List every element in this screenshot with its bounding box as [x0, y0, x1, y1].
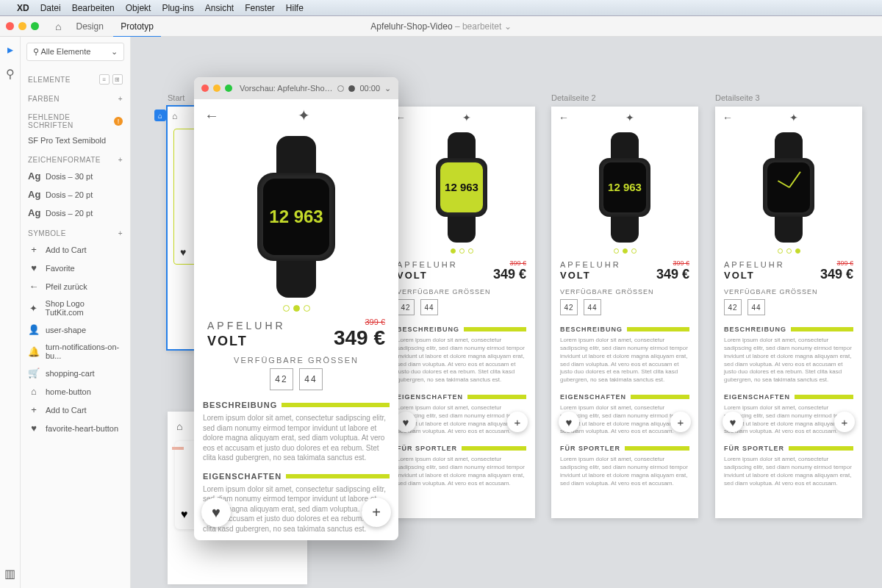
minimize-icon[interactable]	[213, 85, 220, 92]
symbol-item[interactable]: ✦Shop Logo TutKit.com	[21, 295, 130, 320]
zoom-icon[interactable]	[31, 22, 39, 30]
missing-font-item[interactable]: SF Pro Text Semibold	[21, 132, 130, 148]
menu-window[interactable]: Fenster	[245, 3, 275, 13]
symbol-item[interactable]: ←Pfeil zurück	[21, 277, 130, 295]
cart-icon: 🛒	[28, 368, 40, 379]
preview-titlebar: Vorschau: Apfeluhr-Shop-Video 00:00 ⌄	[194, 77, 398, 99]
home-icon: ⌂	[172, 111, 177, 121]
symbol-item[interactable]: 🛒shopping-cart	[21, 364, 130, 382]
macos-menubar: XD Datei Bearbeiten Objekt Plug-ins Ansi…	[0, 0, 882, 16]
menu-object[interactable]: Objekt	[126, 3, 151, 13]
back-icon[interactable]: ←	[204, 107, 219, 124]
favorite-button[interactable]: ♥	[201, 498, 231, 527]
back-icon[interactable]: ←	[723, 112, 733, 123]
favorite-button[interactable]: ♥	[395, 412, 416, 432]
menu-view[interactable]: Ansicht	[205, 3, 234, 13]
chevron-down-icon: ⌄	[111, 47, 118, 57]
add-to-cart-button[interactable]: +	[362, 498, 391, 527]
record-on-icon[interactable]	[348, 85, 355, 92]
mode-switch: Design Prototyp	[68, 21, 160, 32]
menu-file[interactable]: Datei	[40, 3, 61, 13]
menu-help[interactable]: Hilfe	[286, 3, 304, 13]
section-missing-fonts: Fehlende Schriften !	[21, 106, 130, 132]
symbol-item[interactable]: +Add to Cart	[21, 401, 130, 419]
symbol-item[interactable]: ♥Favorite	[21, 259, 130, 277]
add-to-cart-button[interactable]: +	[507, 412, 528, 432]
symbol-item[interactable]: 🔔turn-notifications-on-bu...	[21, 339, 130, 364]
add-to-cart-button[interactable]: +	[834, 412, 855, 432]
favorite-button[interactable]: ♥	[559, 412, 579, 432]
section-colors[interactable]: Farben+	[21, 87, 130, 106]
char-style-item[interactable]: AgDosis – 20 pt	[21, 185, 130, 204]
symbol-item[interactable]: ♥favorite-heart-button	[21, 419, 130, 437]
user-icon: 👤	[28, 324, 40, 335]
carousel-dots[interactable]	[388, 248, 535, 254]
symbol-item[interactable]: 👤user-shape	[21, 320, 130, 339]
heart-icon[interactable]: ♥	[181, 508, 188, 523]
back-icon[interactable]: ←	[559, 112, 569, 123]
design-canvas[interactable]: Start ⌂ ⌂ 12 963 ♥ ⌂ 399 € 349 € ♥	[131, 37, 882, 588]
warning-icon: !	[114, 117, 123, 126]
watch-face: 12 963	[440, 162, 483, 212]
plus-icon[interactable]: +	[118, 229, 123, 237]
menu-xd[interactable]: XD	[17, 3, 29, 13]
document-title[interactable]: Apfeluhr-Shop-Video – bearbeitet ⌄	[370, 21, 511, 32]
artboard-detail-3[interactable]: Detailseite 3 ←✦ APFELUHRVOLT399 €349 € …	[715, 107, 862, 518]
close-icon[interactable]	[6, 22, 14, 30]
menu-edit[interactable]: Bearbeiten	[72, 3, 115, 13]
elements-filter[interactable]: ⚲ Alle Elemente ⌄	[26, 43, 124, 61]
close-icon[interactable]	[201, 85, 209, 92]
home-flow-icon[interactable]: ⌂	[154, 110, 166, 121]
symbol-item[interactable]: +Add to Cart	[21, 240, 130, 259]
logo-icon: ✦	[462, 112, 471, 123]
tool-strip: ▸ ⚲ ▥	[0, 37, 21, 588]
artboard-detail-1[interactable]: ←✦ 12 963 APFELUHRVOLT399 €349 € VERFÜGB…	[388, 107, 535, 518]
logo-icon: ✦	[789, 112, 798, 123]
artboard-label[interactable]: Detailseite 3	[715, 93, 760, 102]
select-tool-icon[interactable]: ▸	[7, 43, 13, 57]
artboard-label[interactable]: Detailseite 2	[551, 93, 596, 102]
list-view-icon[interactable]: ≡	[99, 74, 110, 85]
watch-face	[767, 162, 810, 212]
logo-icon: ✦	[625, 112, 634, 123]
carousel-dots[interactable]	[551, 248, 698, 254]
zoom-tool-icon[interactable]: ⚲	[6, 67, 15, 81]
favorite-button[interactable]: ♥	[723, 412, 743, 432]
artboard-label[interactable]: Start	[168, 93, 184, 102]
menu-plugins[interactable]: Plug-ins	[162, 3, 193, 13]
heart-icon: ♥	[180, 246, 186, 258]
char-style-item[interactable]: AgDosis – 20 pt	[21, 204, 130, 222]
heart-icon: ♥	[28, 262, 40, 273]
mode-prototype[interactable]: Prototyp	[113, 17, 161, 37]
symbol-item[interactable]: ⌂home-button	[21, 382, 130, 401]
home-icon[interactable]: ⌂	[55, 21, 61, 32]
add-to-cart-button[interactable]: +	[670, 412, 691, 432]
logo-icon: ✦	[28, 303, 40, 314]
zoom-icon[interactable]	[225, 85, 232, 92]
record-icon[interactable]	[337, 85, 344, 92]
layers-icon[interactable]: ▥	[4, 567, 15, 581]
sale-tag	[172, 447, 184, 450]
minimize-icon[interactable]	[18, 22, 26, 30]
home-icon: ⌂	[28, 386, 40, 397]
chevron-down-icon[interactable]: ⌄	[384, 84, 391, 93]
bell-icon: 🔔	[28, 346, 40, 357]
carousel-dots[interactable]	[715, 248, 862, 254]
chevron-down-icon: ⌄	[504, 21, 512, 32]
char-style-item[interactable]: AgDosis – 30 pt	[21, 167, 130, 185]
preview-window[interactable]: Vorschau: Apfeluhr-Shop-Video 00:00 ⌄ ←✦…	[194, 77, 398, 540]
artboard-detail-2[interactable]: Detailseite 2 ←✦ 12 963 APFELUHRVOLT399 …	[551, 107, 698, 518]
carousel-dots[interactable]	[194, 305, 398, 312]
plus-icon[interactable]: +	[118, 156, 123, 164]
mode-design[interactable]: Design	[68, 17, 110, 36]
home-icon: ⌂	[176, 420, 182, 432]
section-char-styles[interactable]: Zeichenformate+	[21, 148, 130, 167]
plus-icon[interactable]: +	[118, 95, 123, 103]
logo-icon: ✦	[298, 107, 310, 124]
size-option[interactable]: 44	[299, 368, 323, 390]
size-option[interactable]: 42	[270, 368, 293, 390]
plus-icon: +	[28, 404, 40, 415]
preview-viewport[interactable]: ←✦ 12 963 APFELUHRVOLT399 €349 € VERFÜGB…	[194, 99, 398, 540]
section-symbols[interactable]: Symbole+	[21, 222, 130, 240]
grid-view-icon[interactable]: ⊞	[112, 74, 123, 85]
